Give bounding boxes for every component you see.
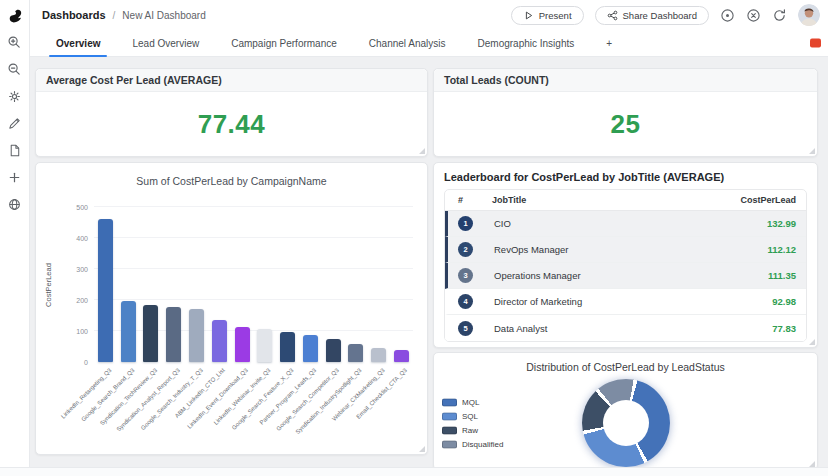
bar-slot	[253, 207, 276, 362]
leaderboard-row[interactable]: 5Data Analyst77.83	[445, 315, 806, 341]
legend-item[interactable]: Raw	[442, 426, 503, 435]
bar-chart-card[interactable]: Sum of CostPerLead by CampaignName CostP…	[35, 162, 428, 455]
rank-badge: 3	[458, 268, 473, 283]
leaderboard-title: Leaderboard for CostPerLead by JobTitle …	[444, 171, 807, 183]
bar[interactable]	[394, 350, 409, 362]
legend-item[interactable]: SQL	[442, 412, 503, 421]
jobtitle-cell: Operations Manager	[492, 270, 716, 281]
costperlead-cell: 77.83	[716, 323, 796, 334]
y-tick-label: 200	[62, 297, 88, 304]
leaderboard-card[interactable]: Leaderboard for CostPerLead by JobTitle …	[433, 162, 818, 348]
donut-area: MQLSQLRawDisqualified	[434, 377, 817, 469]
avatar[interactable]	[798, 4, 820, 26]
bar[interactable]	[143, 305, 158, 362]
rank-cell: 1	[458, 216, 492, 231]
kpi-card-total-leads[interactable]: Total Leads (COUNT) 25	[433, 68, 818, 157]
kpi-row: Average Cost Per Lead (AVERAGE) 77.44 To…	[35, 68, 818, 157]
kpi-card-title: Total Leads (COUNT)	[434, 69, 817, 92]
present-button[interactable]: Present	[511, 6, 584, 25]
leaderboard-row[interactable]: 2RevOps Manager112.12	[445, 237, 806, 263]
resize-handle[interactable]	[419, 446, 425, 452]
circle-dot-icon[interactable]	[720, 8, 735, 23]
y-tick-label: 400	[62, 235, 88, 242]
bar-slot	[94, 207, 117, 362]
kpi-card-value: 77.44	[36, 92, 427, 156]
add-plus-icon[interactable]	[6, 168, 24, 186]
leaderboard-row[interactable]: 1CIO132.99	[445, 211, 806, 237]
rank-cell: 3	[458, 268, 492, 283]
main-column: Dashboards / New AI Dashboard Present Sh…	[30, 0, 828, 476]
kpi-card-value: 25	[434, 92, 817, 156]
leaderboard-row[interactable]: 4Director of Marketing92.98	[445, 289, 806, 315]
kpi-card-avg-cost-per-lead[interactable]: Average Cost Per Lead (AVERAGE) 77.44	[35, 68, 428, 157]
bar-slot	[345, 207, 368, 362]
jobtitle-cell: CIO	[492, 218, 716, 229]
donut-chart[interactable]	[582, 379, 670, 467]
bar-chart-title: Sum of CostPerLead by CampaignName	[36, 175, 427, 187]
legend-swatch	[442, 440, 457, 448]
donut-legend: MQLSQLRawDisqualified	[442, 398, 503, 449]
share-dashboard-label: Share Dashboard	[623, 10, 697, 21]
bar[interactable]	[303, 335, 318, 362]
breadcrumb-separator: /	[113, 10, 116, 21]
bar[interactable]	[166, 307, 181, 362]
app-logo[interactable]	[6, 6, 24, 24]
bar-slot	[299, 207, 322, 362]
bar[interactable]	[98, 219, 113, 362]
legend-swatch	[442, 398, 457, 406]
legend-item[interactable]: MQL	[442, 398, 503, 407]
bar-slot	[208, 207, 231, 362]
resize-handle[interactable]	[809, 148, 815, 154]
bar[interactable]	[189, 309, 204, 362]
bar[interactable]	[235, 327, 250, 362]
y-tick-label: 500	[62, 204, 88, 211]
tab-overview[interactable]: Overview	[40, 30, 116, 56]
bar-slot	[322, 207, 345, 362]
record-indicator[interactable]	[810, 39, 821, 48]
horizontal-scrollbar[interactable]	[0, 467, 828, 476]
bar[interactable]	[280, 332, 295, 362]
tab-lead-overview[interactable]: Lead Overview	[116, 30, 215, 56]
resize-handle[interactable]	[809, 339, 815, 345]
bar[interactable]	[121, 301, 136, 362]
breadcrumb-dashboards[interactable]: Dashboards	[42, 9, 106, 21]
zoom-in-icon[interactable]	[6, 33, 24, 51]
legend-item[interactable]: Disqualified	[442, 440, 503, 449]
bar-slot	[367, 207, 390, 362]
bar-slot	[117, 207, 140, 362]
refresh-icon[interactable]	[772, 8, 787, 23]
tab-campaign-performance[interactable]: Campaign Performance	[215, 30, 353, 56]
leaderboard-rows: 1CIO132.992RevOps Manager112.123Operatio…	[445, 211, 806, 341]
zoom-out-icon[interactable]	[6, 60, 24, 78]
costperlead-cell: 92.98	[716, 296, 796, 307]
right-column: Leaderboard for CostPerLead by JobTitle …	[433, 162, 818, 470]
share-dashboard-button[interactable]: Share Dashboard	[595, 6, 709, 25]
leaderboard-row[interactable]: 3Operations Manager111.35	[445, 263, 806, 289]
rank-badge: 2	[458, 242, 473, 257]
costperlead-cell: 112.12	[716, 244, 796, 255]
settings-gear-icon[interactable]	[6, 87, 24, 105]
jobtitle-cell: RevOps Manager	[492, 244, 716, 255]
column-header-jobtitle: JobTitle	[492, 195, 716, 205]
bar-slot	[185, 207, 208, 362]
y-tick-label: 100	[62, 328, 88, 335]
edit-pencil-icon[interactable]	[6, 114, 24, 132]
bar[interactable]	[348, 344, 363, 362]
tab-channel-analysis[interactable]: Channel Analysis	[353, 30, 462, 56]
rank-badge: 1	[458, 216, 473, 231]
globe-icon[interactable]	[6, 195, 24, 213]
bar[interactable]	[257, 329, 272, 362]
circle-x-icon[interactable]	[746, 8, 761, 23]
bar-plot: CostPerLead 0100200300400500	[94, 207, 413, 362]
tab-demographic-insights[interactable]: Demographic Insights	[462, 30, 591, 56]
bar[interactable]	[212, 320, 227, 362]
rank-cell: 2	[458, 242, 492, 257]
tab-add[interactable]: +	[590, 30, 628, 56]
donut-chart-card[interactable]: Distribution of CostPerLead by LeadStatu…	[433, 352, 818, 470]
bar[interactable]	[326, 339, 341, 362]
document-icon[interactable]	[6, 141, 24, 159]
jobtitle-cell: Director of Marketing	[492, 296, 716, 307]
resize-handle[interactable]	[419, 148, 425, 154]
y-tick-label: 0	[62, 359, 88, 366]
bar[interactable]	[371, 348, 386, 362]
